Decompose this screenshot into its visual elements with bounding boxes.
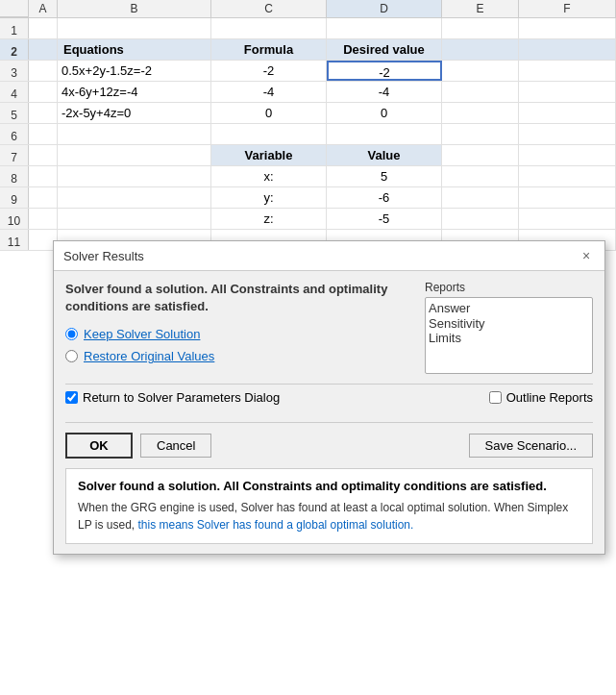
cancel-button[interactable]: Cancel [140,434,211,458]
row-8: 8 x: 5 [0,166,616,187]
cell-e10[interactable] [442,209,519,229]
row-6: 6 [0,124,616,145]
cell-b7[interactable] [58,145,211,165]
cell-e8[interactable] [442,166,519,186]
dialog-close-button[interactable]: × [578,247,595,264]
cell-a3[interactable] [29,61,58,81]
cell-d5[interactable]: 0 [327,103,442,123]
cell-c7-var-header[interactable]: Variable [211,145,327,165]
radio-restore-label[interactable]: Restore Original Values [84,349,214,363]
cell-b5[interactable]: -2x-5y+4z=0 [58,103,211,123]
cell-c8[interactable]: x: [211,166,327,186]
reports-listbox[interactable]: Answer Sensitivity Limits [425,297,593,374]
cell-d10[interactable]: -5 [327,209,442,229]
cell-b9[interactable] [58,187,211,208]
cell-a6[interactable] [29,124,58,144]
row-num-4: 4 [0,82,29,102]
dialog-buttons: OK Cancel Save Scenario... [65,422,593,459]
cell-f5[interactable] [519,103,616,123]
cell-c3[interactable]: -2 [211,61,327,81]
report-sensitivity[interactable]: Sensitivity [429,316,589,332]
cell-e9[interactable] [442,187,519,208]
cell-d8[interactable]: 5 [327,166,442,186]
row-1: 1 [0,18,616,39]
cell-b6[interactable] [58,124,211,144]
return-to-solver-label: Return to Solver Parameters Dialog [83,390,280,405]
col-headers: A B C D E F [0,0,616,18]
cell-a1[interactable] [29,18,58,38]
radio-keep-input[interactable] [65,328,78,340]
cell-b3[interactable]: 0.5x+2y-1.5z=-2 [58,61,211,81]
cell-f4[interactable] [519,82,616,102]
reports-label: Reports [425,281,593,294]
col-header-f: F [519,0,616,17]
cell-e4[interactable] [442,82,519,102]
cell-f2[interactable] [519,39,616,60]
row-num-5: 5 [0,103,29,123]
cell-c4[interactable]: -4 [211,82,327,102]
outline-reports-checkbox[interactable] [489,391,502,404]
cell-d1[interactable] [327,18,442,38]
cell-c5[interactable]: 0 [211,103,327,123]
return-to-solver-checkbox[interactable] [65,391,78,404]
cell-f6[interactable] [519,124,616,144]
cell-e7[interactable] [442,145,519,165]
ok-button[interactable]: OK [65,433,133,459]
cell-b2-header[interactable]: Equations [58,39,211,60]
cell-b8[interactable] [58,166,211,186]
cell-e1[interactable] [442,18,519,38]
radio-keep-label[interactable]: Keep Solver Solution [84,327,200,341]
cell-d7-val-header[interactable]: Value [327,145,442,165]
radio-keep-option[interactable]: Keep Solver Solution [65,327,415,341]
cell-a4[interactable] [29,82,58,102]
outline-reports-checkbox-item[interactable]: Outline Reports [489,390,593,405]
cell-f9[interactable] [519,187,616,208]
row-num-10: 10 [0,209,29,229]
cell-e3[interactable] [442,61,519,81]
row-3: 3 0.5x+2y-1.5z=-2 -2 -2 [0,61,616,82]
cell-b10[interactable] [58,209,211,229]
dialog-right-panel: Reports Answer Sensitivity Limits [425,281,593,374]
cell-a10[interactable] [29,209,58,229]
cell-b1[interactable] [58,18,211,38]
cell-f1[interactable] [519,18,616,38]
return-to-solver-checkbox-item[interactable]: Return to Solver Parameters Dialog [65,390,280,405]
cell-f7[interactable] [519,145,616,165]
cell-c1[interactable] [211,18,327,38]
dialog-top-section: Solver found a solution. All Constraints… [65,281,593,374]
cell-a2[interactable] [29,39,58,60]
cell-e5[interactable] [442,103,519,123]
report-limits[interactable]: Limits [429,331,589,346]
row-num-9: 9 [0,187,29,208]
row-num-6: 6 [0,124,29,144]
report-answer[interactable]: Answer [429,301,589,316]
cell-c2-header[interactable]: Formula [211,39,327,60]
cell-d2-header[interactable]: Desired value [327,39,442,60]
save-scenario-button[interactable]: Save Scenario... [469,434,593,458]
dialog-checkbox-row: Return to Solver Parameters Dialog Outli… [65,384,593,410]
cell-c9[interactable]: y: [211,187,327,208]
cell-d6[interactable] [327,124,442,144]
cell-e2[interactable] [442,39,519,60]
cell-a5[interactable] [29,103,58,123]
dialog-info-box: Solver found a solution. All Constraints… [65,468,593,544]
cell-f3[interactable] [519,61,616,81]
cell-b4[interactable]: 4x-6y+12z=-4 [58,82,211,102]
cell-d9[interactable]: -6 [327,187,442,208]
cell-a9[interactable] [29,187,58,208]
info-box-title: Solver found a solution. All Constraints… [78,479,580,493]
radio-restore-input[interactable] [65,350,78,362]
cell-a7[interactable] [29,145,58,165]
cell-d4[interactable]: -4 [327,82,442,102]
row-num-2: 2 [0,39,29,60]
dialog-body: Solver found a solution. All Constraints… [54,271,604,554]
row-num-7: 7 [0,145,29,165]
cell-f8[interactable] [519,166,616,186]
cell-c6[interactable] [211,124,327,144]
cell-f10[interactable] [519,209,616,229]
cell-c10[interactable]: z: [211,209,327,229]
radio-restore-option[interactable]: Restore Original Values [65,349,415,363]
cell-a8[interactable] [29,166,58,186]
cell-d3[interactable]: -2 [327,61,442,81]
cell-e6[interactable] [442,124,519,144]
